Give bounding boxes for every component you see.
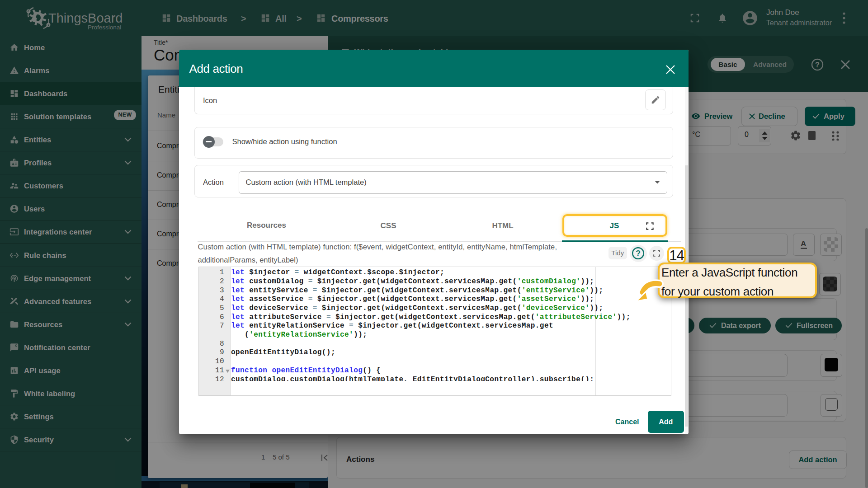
svg-text:?: ?: [636, 249, 641, 258]
